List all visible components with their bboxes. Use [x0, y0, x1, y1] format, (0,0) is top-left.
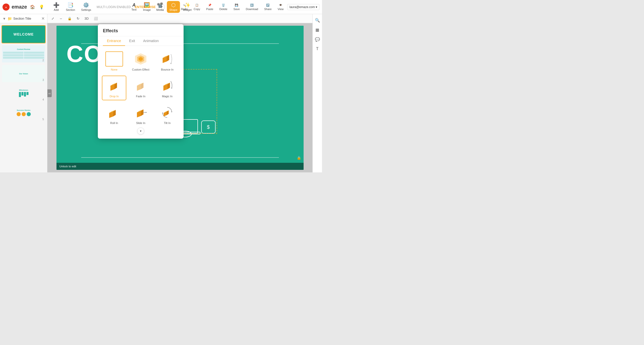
slide-number-5: 5 — [42, 118, 44, 121]
svg-marker-27 — [163, 84, 167, 91]
svg-text:e: e — [5, 6, 7, 8]
slide-item-2[interactable]: Content Review 2 — [2, 45, 46, 63]
effect-custom[interactable]: Custom Effect — [128, 49, 153, 74]
unlock-bar[interactable]: Unlock to edit — [56, 163, 304, 170]
tab-exit[interactable]: Exit — [125, 36, 139, 46]
svg-marker-17 — [163, 56, 167, 63]
effect-tilt-in[interactable]: Tilt In — [155, 102, 180, 127]
effect-custom-thumb — [132, 51, 150, 67]
slide-5-thumb-inner: Success Stories — [2, 104, 45, 121]
chat-right-button[interactable]: 💬 — [313, 35, 321, 43]
svg-marker-39 — [162, 112, 163, 113]
tab-entrance[interactable]: Entrance — [103, 36, 125, 46]
font-right-button[interactable]: T — [313, 45, 321, 53]
effects-tabs: Entrance Exit Animation — [98, 36, 184, 46]
save-icon: 💾 — [235, 4, 238, 7]
section-button[interactable]: 📑 Section — [63, 1, 78, 13]
lock-tool-button[interactable]: 🔒 — [66, 16, 73, 21]
save-label: Save — [233, 8, 240, 11]
share-label: Share — [264, 8, 272, 11]
media-tool-button[interactable]: 📽️ Media — [154, 1, 166, 13]
svg-marker-30 — [109, 111, 113, 118]
logo-text: emaze — [12, 4, 27, 10]
settings-icon: ⚙️ — [83, 3, 89, 8]
delete-button[interactable]: 🗑️ Delete — [217, 2, 230, 12]
download-label: Download — [246, 8, 258, 11]
effect-roll-in[interactable]: Roll In — [102, 102, 126, 127]
share-button[interactable]: ↗️ Share — [262, 2, 274, 12]
download-icon: ⬇️ — [250, 4, 254, 7]
3d-tool-button[interactable]: 3D — [83, 16, 90, 21]
effect-roll-in-thumb — [105, 105, 123, 120]
copy-icon: 📋 — [195, 4, 199, 7]
widget-tool-button[interactable]: ✨ Widget — [181, 1, 194, 13]
resize-tool-button[interactable]: ↔ — [58, 16, 64, 21]
rotate-tool-button[interactable]: ↻ — [75, 16, 81, 21]
nav-collapse-button[interactable]: ‹‹ — [47, 89, 52, 97]
slide-thumb-1: WELCOME — [2, 26, 45, 43]
section-title: Section Title — [13, 17, 31, 20]
add-label: Add — [54, 8, 59, 11]
text-tool-button[interactable]: A Text — [128, 1, 140, 13]
paste-button[interactable]: 📌 Paste — [204, 2, 216, 12]
add-button[interactable]: ➕ Add — [50, 1, 62, 13]
effects-title: Effects — [98, 24, 184, 36]
effect-none[interactable]: None — [102, 49, 126, 74]
image-tool-button[interactable]: 🖼️ Image — [140, 1, 153, 13]
slide-number-3: 3 — [42, 79, 44, 81]
add-icon: ➕ — [53, 3, 60, 8]
effect-fade-in[interactable]: Fade In — [128, 76, 153, 100]
effect-slide-in-thumb — [132, 105, 150, 120]
effect-slide-in[interactable]: Slide In — [128, 102, 153, 127]
tab-animation[interactable]: Animation — [139, 36, 163, 46]
slide-thumb-4: Milestones — [2, 85, 45, 102]
svg-marker-38 — [171, 111, 172, 113]
effect-drop-in[interactable]: Drop In — [102, 76, 126, 100]
widget-icon: ✨ — [184, 3, 190, 8]
slide-item-3[interactable]: Our Vision 3 — [2, 65, 46, 83]
effect-magic-in[interactable]: Magic In — [155, 76, 180, 100]
slide-item-5[interactable]: Success Stories 5 — [2, 104, 46, 122]
download-button[interactable]: ⬇️ Download — [243, 2, 261, 12]
right-tools: 🔍 ▦ 💬 T — [312, 14, 322, 172]
help-bulb-button[interactable]: 💡 — [38, 4, 45, 10]
sidebar-close-button[interactable]: ✕ — [41, 16, 45, 21]
sidebar-header-left: ▼ 📁 Section Title — [3, 17, 31, 21]
effect-bounce-in[interactable]: Bounce In — [155, 49, 180, 74]
effects-panel: Effects Entrance Exit Animation None — [98, 24, 184, 139]
view-button[interactable]: 👁️ View — [275, 2, 286, 12]
slide-thumb-2: Content Review — [2, 45, 45, 62]
aspect-tool-button[interactable]: ⬜ — [92, 16, 99, 21]
multi-login-text: MULTI LOGIN ENABLED — [97, 5, 131, 9]
paste-icon: 📌 — [208, 4, 212, 7]
settings-button[interactable]: ⚙️ Settings — [79, 1, 94, 13]
slide-2-thumb-inner: Content Review — [2, 45, 45, 62]
slides-folder-icon: 📁 — [8, 17, 12, 21]
toolbar-left: ➕ Add 📑 Section ⚙️ Settings — [50, 1, 94, 13]
search-right-button[interactable]: 🔍 — [313, 16, 321, 24]
slide-number-4: 4 — [42, 98, 44, 101]
shape-tool-button[interactable]: ⬡ Shape — [167, 1, 180, 13]
expand-tool-button[interactable]: ⤢ — [50, 16, 56, 21]
home-button[interactable]: 🏠 — [29, 4, 36, 10]
effect-tilt-in-label: Tilt In — [164, 121, 171, 124]
settings-label: Settings — [81, 8, 91, 11]
effect-drop-in-thumb — [105, 78, 123, 93]
grid-right-button[interactable]: ▦ — [313, 26, 321, 34]
top-bar: e emaze 🏠 💡 ➕ Add 📑 Section ⚙️ Settings … — [0, 0, 322, 14]
copy-label: Copy — [194, 8, 200, 11]
scroll-down-button[interactable]: ▾ — [137, 128, 144, 135]
slide-item-1[interactable]: WELCOME 1 — [2, 25, 46, 43]
view-icon: 👁️ — [279, 4, 282, 7]
canvas-lock-icon: 🔒 — [297, 156, 301, 160]
effect-tilt-in-thumb — [158, 105, 176, 120]
effect-magic-in-thumb — [158, 78, 176, 93]
slide-thumb-3: Our Vision — [2, 65, 45, 82]
image-label: Image — [143, 8, 151, 11]
user-email[interactable]: laura@emaze.com ▾ — [287, 4, 319, 10]
shape-label: Shape — [169, 8, 178, 11]
delete-label: Delete — [219, 8, 227, 11]
widget-label: Widget — [183, 8, 192, 11]
save-button[interactable]: 💾 Save — [231, 2, 242, 12]
slide-item-4[interactable]: Milestones 4 — [2, 84, 46, 102]
